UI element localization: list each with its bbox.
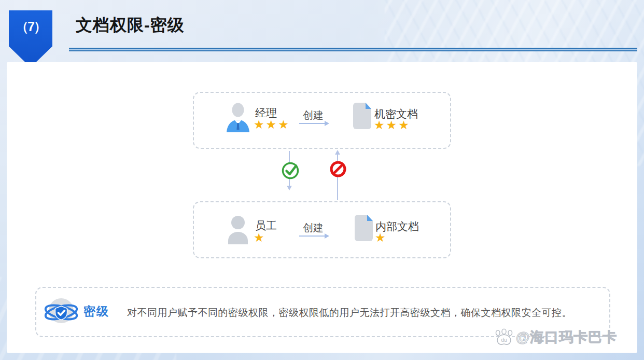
slide: （7） 文档权限-密级 经理 ★★★ 创建 机密文档 ★★★ 员工 ★ 创建 [0, 0, 644, 360]
actor-stars: ★★★ [254, 119, 290, 131]
doc-stars: ★★★ [374, 119, 411, 131]
create-label: 创建 [303, 221, 324, 235]
summary-description: 对不同用户赋予不同的密级权限，密级权限低的用户无法打开高密级文档，确保文档权限安… [127, 306, 572, 320]
internal-doc-icon [354, 214, 373, 241]
check-circle-icon [281, 161, 300, 181]
create-arrow-icon [299, 123, 325, 124]
section-number: （7） [9, 18, 52, 35]
paw-icon: du [494, 328, 514, 346]
paw-label: du [501, 337, 507, 343]
watermark: du @海口玛卡巴卡 [494, 328, 617, 347]
title-divider [69, 48, 637, 51]
doc-stars: ★ [375, 232, 387, 244]
section-number-ribbon: （7） [9, 10, 52, 67]
confidential-doc-icon [352, 102, 372, 129]
watermark-text: @海口玛卡巴卡 [516, 328, 617, 347]
create-arrow-icon [299, 236, 325, 237]
create-label: 创建 [303, 108, 324, 122]
page-title: 文档权限-密级 [76, 14, 185, 37]
actor-stars: ★ [254, 232, 266, 244]
no-entry-icon [329, 160, 347, 178]
manager-icon [224, 102, 252, 132]
summary-term: 密级 [83, 303, 109, 320]
security-level-icon [44, 294, 79, 329]
employee-icon [224, 214, 252, 244]
